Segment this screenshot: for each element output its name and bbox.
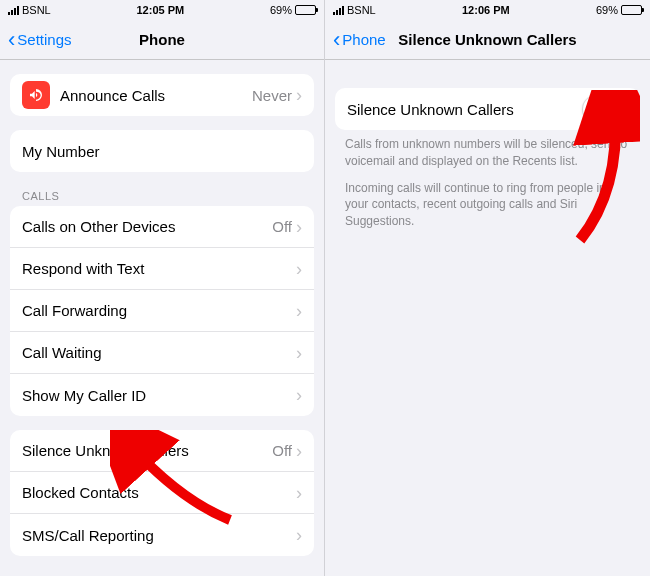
sms-call-reporting-row[interactable]: SMS/Call Reporting › [10,514,314,556]
announce-group: Announce Calls Never › [10,74,314,116]
status-bar: BSNL 12:05 PM 69% [0,0,324,20]
toggle-desc-2: Incoming calls will continue to ring fro… [325,170,650,230]
battery-icon [295,5,316,15]
nav-bar: ‹ Phone Silence Unknown Callers [325,20,650,60]
silence-unknown-pane: BSNL 12:06 PM 69% ‹ Phone Silence Unknow… [325,0,650,576]
battery-percent: 69% [596,4,618,16]
my-number-row[interactable]: My Number [10,130,314,172]
toggle-group: Silence Unknown Callers [335,88,640,130]
chevron-right-icon: › [296,86,302,104]
my-number-label: My Number [22,143,302,160]
calls-section-header: CALLS [22,190,324,202]
nav-bar: ‹ Settings Phone [0,20,324,60]
chevron-right-icon: › [296,260,302,278]
respond-with-text-row[interactable]: Respond with Text › [10,248,314,290]
silence-unknown-callers-row[interactable]: Silence Unknown Callers Off › [10,430,314,472]
announce-value: Never [252,87,292,104]
calls-other-devices-row[interactable]: Calls on Other Devices Off › [10,206,314,248]
back-button[interactable]: ‹ Settings [8,29,72,51]
silence-toggle-row: Silence Unknown Callers [335,88,640,130]
back-label: Settings [17,31,71,48]
call-waiting-row[interactable]: Call Waiting › [10,332,314,374]
battery-icon [621,5,642,15]
signal-icon [333,6,344,15]
silence-toggle[interactable] [582,95,628,123]
chevron-right-icon: › [296,442,302,460]
toggle-label: Silence Unknown Callers [347,101,582,118]
toggle-desc-1: Calls from unknown numbers will be silen… [325,130,650,170]
announce-calls-row[interactable]: Announce Calls Never › [10,74,314,116]
back-button[interactable]: ‹ Phone [333,29,386,51]
signal-icon [8,6,19,15]
chevron-right-icon: › [296,526,302,544]
chevron-right-icon: › [296,386,302,404]
status-bar: BSNL 12:06 PM 69% [325,0,650,20]
announce-label: Announce Calls [60,87,252,104]
blocked-contacts-row[interactable]: Blocked Contacts › [10,472,314,514]
chevron-right-icon: › [296,218,302,236]
back-label: Phone [342,31,385,48]
carrier-label: BSNL [22,4,51,16]
chevron-left-icon: ‹ [8,29,15,51]
chevron-right-icon: › [296,484,302,502]
chevron-left-icon: ‹ [333,29,340,51]
carrier-label: BSNL [347,4,376,16]
phone-settings-pane: BSNL 12:05 PM 69% ‹ Settings Phone Annou… [0,0,325,576]
calls-group: Calls on Other Devices Off › Respond wit… [10,206,314,416]
status-time: 12:06 PM [462,4,510,16]
chevron-right-icon: › [296,344,302,362]
battery-percent: 69% [270,4,292,16]
show-my-caller-id-row[interactable]: Show My Caller ID › [10,374,314,416]
announce-icon [22,81,50,109]
call-forwarding-row[interactable]: Call Forwarding › [10,290,314,332]
chevron-right-icon: › [296,302,302,320]
status-time: 12:05 PM [137,4,185,16]
my-number-group: My Number [10,130,314,172]
extra-group: Silence Unknown Callers Off › Blocked Co… [10,430,314,556]
